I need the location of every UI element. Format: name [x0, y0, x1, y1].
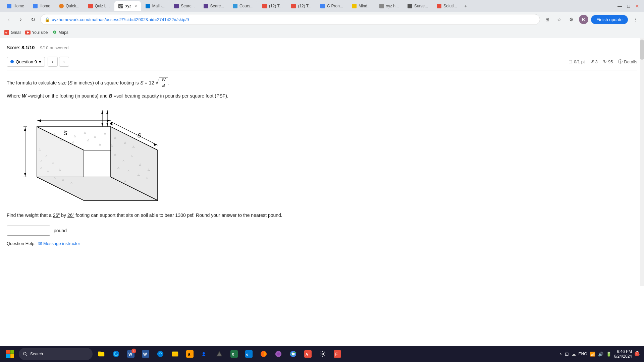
- taskbar-search-button[interactable]: Search: [19, 348, 93, 360]
- network-icon[interactable]: ⊡: [565, 351, 569, 357]
- battery-icon[interactable]: 🔋: [606, 352, 611, 357]
- bookmark-maps[interactable]: Maps: [52, 30, 68, 35]
- svg-rect-65: [6, 350, 10, 354]
- taskbar-excel-button[interactable]: X: [228, 348, 240, 360]
- svg-marker-64: [106, 123, 108, 126]
- taskbar-chrome-button[interactable]: [287, 348, 299, 360]
- forward-button[interactable]: ›: [16, 15, 25, 24]
- tab-course[interactable]: Cours...: [229, 1, 258, 11]
- start-button[interactable]: [4, 348, 16, 360]
- svg-point-95: [322, 353, 324, 355]
- svg-text:△: △: [131, 155, 133, 158]
- tab-label-quiz: Quiz L...: [95, 4, 110, 8]
- taskbar-acrobat-button[interactable]: A: [302, 348, 314, 360]
- minimize-button[interactable]: —: [616, 2, 624, 10]
- tab-xyz[interactable]: xyz xyz ×: [114, 1, 141, 11]
- details-meta[interactable]: ⓘ Details: [618, 59, 637, 65]
- tab-search1[interactable]: Searc...: [170, 1, 199, 11]
- question-dropdown[interactable]: Question 9 ▾: [7, 57, 45, 67]
- tab-quick[interactable]: Quick...: [55, 1, 84, 11]
- points-label: 0/1 pt: [574, 59, 585, 64]
- user-avatar[interactable]: K: [579, 15, 588, 24]
- new-tab-button[interactable]: +: [462, 2, 470, 10]
- wifi-icon[interactable]: 📶: [590, 352, 595, 357]
- tab-quiz[interactable]: Quiz L...: [84, 1, 114, 11]
- tab-icon-quick: [59, 4, 64, 8]
- taskbar-edge-button[interactable]: [110, 348, 122, 360]
- svg-rect-67: [6, 354, 10, 358]
- taskbar-amazon-button[interactable]: a: [184, 348, 196, 360]
- scrollbar[interactable]: [640, 38, 644, 286]
- tab-close-xyz[interactable]: ×: [135, 4, 137, 8]
- svg-text:△: △: [104, 132, 106, 135]
- tab-mind[interactable]: Mind...: [348, 1, 375, 11]
- svg-marker-63: [101, 123, 103, 126]
- taskbar: Search W 1 W: [0, 346, 644, 362]
- tab-label-home-2: Home: [40, 4, 50, 8]
- volume-icon[interactable]: 🔊: [598, 352, 603, 357]
- tab-search2[interactable]: Searc...: [200, 1, 228, 11]
- answer-input[interactable]: [7, 226, 50, 236]
- back-button[interactable]: ‹: [4, 15, 13, 24]
- url-bar[interactable]: 🔒 xyzhomework.com/imathas/assess2/?cid=4…: [40, 14, 540, 25]
- bookmark-youtube[interactable]: YouTube: [25, 30, 48, 35]
- taskbar-app11-button[interactable]: [213, 348, 225, 360]
- svg-text:△: △: [59, 168, 61, 171]
- score-value: 8.1/10: [21, 45, 35, 50]
- tab-xyz2[interactable]: xyz h...: [375, 1, 403, 11]
- prev-question-button[interactable]: ‹: [48, 57, 58, 67]
- tray-expand-button[interactable]: ∧: [559, 352, 562, 356]
- tab-label-home-1: Home: [13, 4, 24, 8]
- next-question-button[interactable]: ›: [59, 57, 69, 67]
- message-link-label: Message instructor: [43, 241, 80, 246]
- bookmark-maps-label: Maps: [59, 30, 68, 35]
- taskbar-edge2-button[interactable]: [154, 348, 166, 360]
- message-instructor-link[interactable]: ✉ Message instructor: [38, 241, 80, 246]
- svg-marker-81: [202, 352, 206, 356]
- tab-icon-yt2: [291, 4, 296, 8]
- taskbar-word-button[interactable]: W 1: [125, 348, 137, 360]
- svg-text:X: X: [232, 352, 234, 356]
- svg-text:△: △: [112, 176, 115, 179]
- bookmark-gmail[interactable]: M Gmail: [4, 30, 21, 35]
- tab-yt1[interactable]: (12) T...: [258, 1, 286, 11]
- tab-label-search2: Searc...: [210, 4, 224, 8]
- question-meta: ☐ 0/1 pt ↺ 3 ↻ 95 ⓘ Details: [569, 59, 637, 65]
- question-body: The formula to calculate size (S in inch…: [7, 70, 309, 253]
- close-window-button[interactable]: ✕: [633, 2, 641, 10]
- tab-home-2[interactable]: Home: [29, 1, 54, 11]
- tab-yt2[interactable]: (12) T...: [287, 1, 315, 11]
- taskbar-firefox-button[interactable]: [258, 348, 270, 360]
- notification-button[interactable]: 1: [635, 351, 640, 357]
- tab-mail[interactable]: Mail -...: [142, 1, 169, 11]
- taskbar-antivirus-button[interactable]: F: [331, 348, 343, 360]
- extensions-icon[interactable]: ⚙: [567, 15, 576, 24]
- tab-google[interactable]: G Pron...: [316, 1, 347, 11]
- tab-home-1[interactable]: Home: [3, 1, 28, 11]
- taskbar-dropbox-button[interactable]: [199, 348, 211, 360]
- footing-diagram-container: △ △ △ △ △ △ △ △ △ △ △ △ △ △ △: [7, 107, 309, 205]
- taskbar-files-button[interactable]: [169, 348, 181, 360]
- tab-icon-yt1: [262, 4, 267, 8]
- settings-icon[interactable]: ⋮: [631, 15, 640, 24]
- taskbar-word2-button[interactable]: W: [140, 348, 152, 360]
- taskbar-settings-button[interactable]: [317, 348, 329, 360]
- translate-icon[interactable]: ⊞: [543, 15, 552, 24]
- retries-meta: ↺ 3: [590, 59, 598, 64]
- maximize-button[interactable]: □: [625, 2, 633, 10]
- tab-label-survey: Surve...: [414, 4, 428, 8]
- bookmark-youtube-label: YouTube: [32, 30, 48, 35]
- svg-text:S: S: [138, 133, 141, 138]
- taskbar-explorer-button[interactable]: [95, 348, 107, 360]
- tab-survey[interactable]: Surve...: [404, 1, 432, 11]
- question-dot: [10, 60, 14, 63]
- bookmark-icon[interactable]: ☆: [555, 15, 564, 24]
- taskbar-app15-button[interactable]: [272, 348, 284, 360]
- scroll-thumb[interactable]: [640, 40, 644, 60]
- cloud-icon[interactable]: ☁: [572, 352, 576, 357]
- reload-button[interactable]: ↻: [28, 15, 38, 24]
- system-time[interactable]: 6:46 PM 6/24/2024: [614, 349, 632, 359]
- taskbar-outlook-button[interactable]: o: [243, 348, 255, 360]
- finish-update-button[interactable]: Finish update: [591, 15, 628, 24]
- tab-solution[interactable]: Soluti...: [433, 1, 461, 11]
